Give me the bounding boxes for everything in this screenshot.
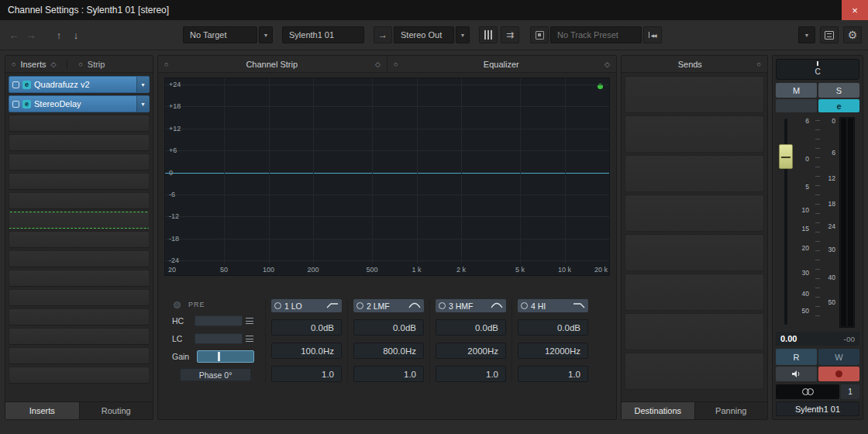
send-slot-empty[interactable] bbox=[625, 115, 764, 153]
peak-level-value[interactable]: -oo bbox=[844, 335, 855, 343]
channel-strip-led-icon[interactable]: ○ bbox=[164, 60, 168, 68]
target-select[interactable]: No Target bbox=[183, 26, 257, 43]
send-slot-empty[interactable] bbox=[625, 195, 764, 232]
band-q-field[interactable]: 1.0 bbox=[436, 366, 506, 382]
band-gain-field[interactable]: 0.0dB bbox=[518, 319, 588, 336]
reset-preset-button[interactable]: ◀◀ bbox=[643, 26, 662, 43]
strip-led-icon[interactable]: ○ bbox=[78, 60, 82, 68]
edit-channel-button[interactable]: e bbox=[818, 99, 859, 112]
send-slot-empty[interactable] bbox=[625, 234, 764, 271]
forward-button[interactable]: → bbox=[23, 26, 39, 43]
back-button[interactable]: ← bbox=[6, 26, 22, 43]
settings-gear-icon[interactable]: ⚙ bbox=[843, 26, 862, 43]
phase-button[interactable]: Phase 0° bbox=[180, 368, 251, 381]
close-button[interactable]: × bbox=[842, 0, 868, 20]
send-slot-empty[interactable] bbox=[625, 155, 764, 192]
insert-slot-empty[interactable] bbox=[9, 270, 150, 287]
insert-slot[interactable]: e StereoDelay ▼ bbox=[9, 95, 150, 112]
band-gain-field[interactable]: 0.0dB bbox=[353, 319, 424, 336]
output-select-caret[interactable]: ▼ bbox=[456, 26, 470, 43]
band-q-field[interactable]: 1.0 bbox=[518, 366, 588, 382]
band-power-icon[interactable] bbox=[521, 302, 528, 309]
functions-menu-caret[interactable]: ▼ bbox=[798, 26, 815, 43]
inserts-preset-icon[interactable]: ◇ bbox=[50, 60, 56, 68]
insert-slot-empty[interactable] bbox=[9, 328, 150, 345]
insert-slot-empty[interactable] bbox=[9, 212, 150, 229]
pre-power-led[interactable] bbox=[174, 301, 181, 308]
tab-channel-strip[interactable]: ○ Channel Strip ◇ bbox=[158, 56, 387, 72]
inserts-led-icon[interactable]: ○ bbox=[12, 60, 16, 68]
read-automation-button[interactable]: R bbox=[776, 349, 817, 365]
equalizer-led-icon[interactable]: ○ bbox=[394, 60, 398, 68]
target-select-caret[interactable]: ▼ bbox=[259, 26, 273, 43]
equalizer-preset-icon[interactable]: ◇ bbox=[604, 60, 610, 68]
band-q-field[interactable]: 1.0 bbox=[353, 366, 424, 382]
hc-slope-icon[interactable] bbox=[245, 316, 254, 326]
eq-plot[interactable]: +24+18+12+60-6-12-18-2420501002005001 k2… bbox=[164, 78, 610, 276]
write-automation-button[interactable]: W bbox=[818, 349, 859, 365]
plugin-edit-icon[interactable]: e bbox=[22, 81, 31, 89]
track-preset-icon[interactable] bbox=[530, 26, 549, 43]
plugin-select-caret[interactable]: ▼ bbox=[136, 96, 149, 112]
track-preset-field[interactable]: No Track Preset bbox=[550, 26, 642, 43]
band-power-icon[interactable] bbox=[439, 302, 446, 309]
monitor-button[interactable] bbox=[776, 367, 817, 381]
band-freq-field[interactable]: 12000Hz bbox=[518, 343, 588, 359]
fader-level-value[interactable]: 0.00 bbox=[780, 334, 797, 343]
insert-slot[interactable]: e Quadrafuzz v2 ▼ bbox=[9, 76, 150, 93]
insert-slot-empty[interactable] bbox=[9, 250, 150, 267]
previous-channel-button[interactable]: ↑ bbox=[51, 26, 67, 43]
mute-button[interactable]: M bbox=[776, 83, 817, 98]
insert-slot-empty[interactable] bbox=[9, 153, 150, 170]
strip-header-label[interactable]: Strip bbox=[88, 60, 105, 69]
peak-curve-icon[interactable] bbox=[408, 301, 421, 310]
high-shelf-curve-icon[interactable] bbox=[573, 301, 585, 310]
insert-slot-empty[interactable] bbox=[9, 231, 150, 248]
band-freq-field[interactable]: 800.0Hz bbox=[353, 343, 424, 359]
insert-slot-empty[interactable] bbox=[9, 115, 150, 132]
pan-control[interactable]: C bbox=[776, 59, 859, 80]
insert-slot-empty[interactable] bbox=[9, 192, 150, 209]
insert-slot-empty[interactable] bbox=[9, 367, 150, 384]
setup-window-icon[interactable] bbox=[820, 26, 839, 43]
band-freq-field[interactable]: 2000Hz bbox=[436, 343, 506, 359]
lc-slider[interactable] bbox=[195, 333, 243, 344]
band-power-icon[interactable] bbox=[356, 302, 363, 309]
insert-slot-empty[interactable] bbox=[9, 289, 150, 306]
insert-slot-empty[interactable] bbox=[9, 347, 150, 364]
fader-handle[interactable] bbox=[779, 144, 793, 169]
output-route-icon[interactable]: → bbox=[374, 26, 392, 43]
insert-slot-empty[interactable] bbox=[9, 308, 150, 326]
solo-button[interactable]: S bbox=[818, 83, 859, 98]
sends-led-icon[interactable]: ○ bbox=[757, 60, 761, 68]
gain-slider[interactable] bbox=[197, 350, 254, 363]
plugin-edit-icon[interactable]: e bbox=[22, 100, 31, 108]
next-channel-button[interactable]: ↓ bbox=[68, 26, 84, 43]
record-enable-button[interactable] bbox=[818, 367, 859, 381]
lc-slope-icon[interactable] bbox=[245, 334, 254, 343]
send-slot-empty[interactable] bbox=[625, 76, 764, 113]
tab-routing[interactable]: Routing bbox=[80, 402, 153, 419]
channel-name-input[interactable]: Sylenth1 01 bbox=[282, 26, 364, 43]
hc-slider[interactable] bbox=[195, 315, 243, 326]
direct-routing-icon[interactable]: ⇉ bbox=[501, 26, 519, 43]
band-freq-field[interactable]: 100.0Hz bbox=[271, 343, 342, 359]
tab-equalizer[interactable]: ○ Equalizer ◇ bbox=[387, 56, 616, 72]
insert-slot-empty[interactable] bbox=[9, 134, 150, 151]
band-header[interactable]: 4 HI bbox=[518, 299, 588, 312]
insert-slot-empty[interactable] bbox=[9, 173, 150, 190]
tab-destinations[interactable]: Destinations bbox=[622, 402, 695, 419]
low-shelf-curve-icon[interactable] bbox=[326, 301, 339, 310]
plugin-select-caret[interactable]: ▼ bbox=[136, 77, 149, 92]
band-header[interactable]: 2 LMF bbox=[353, 299, 424, 312]
output-select[interactable]: Stereo Out bbox=[394, 26, 454, 43]
listen-button[interactable] bbox=[776, 99, 817, 112]
plugin-bypass-icon[interactable] bbox=[12, 101, 19, 108]
plugin-bypass-icon[interactable] bbox=[12, 81, 19, 88]
send-slot-empty[interactable] bbox=[625, 313, 764, 350]
band-q-field[interactable]: 1.0 bbox=[271, 366, 342, 382]
band-gain-field[interactable]: 0.0dB bbox=[436, 319, 506, 336]
gain-slider-handle[interactable] bbox=[218, 352, 220, 361]
band-gain-field[interactable]: 0.0dB bbox=[271, 319, 342, 336]
send-slot-empty[interactable] bbox=[625, 274, 764, 311]
